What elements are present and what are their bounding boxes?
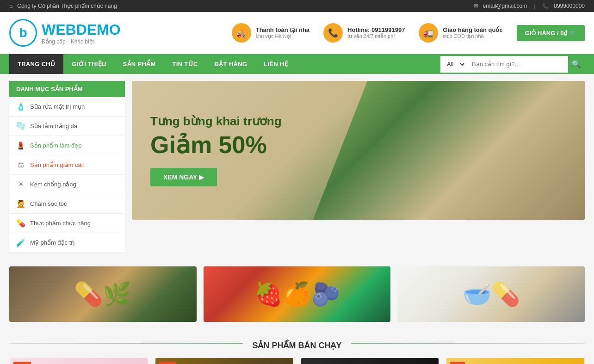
sidebar-item-sunscreen[interactable]: ☀ Kem chống nắng [9,175,125,194]
hero-background [313,81,585,220]
discount-badge-2: -46% [159,362,177,364]
sidebar-item-weight-loss[interactable]: ⚖ Sản phẩm giảm cân [9,155,125,175]
delivery-icon: 🚚 [232,23,251,43]
nav-item-home[interactable]: TRANG CHỦ [9,54,63,74]
image-row: 💊🌿 🍓🍊🫐 🥣💊 [9,266,585,322]
sidebar-item-label: Chăm sóc tóc [30,200,67,207]
header-info: 🚚 Thanh toán tại nhà khu vực Hà Nội 📞 Ho… [232,23,585,43]
product-row: -20% 💆 -46% 💇 🖤 -8% 🌟 [0,358,594,364]
delivery-title: Thanh toán tại nhà [256,26,309,33]
nav-item-about[interactable]: GIỚI THIỆU [63,54,114,74]
topbar: ⌂ Công ty Cổ phần Thực phẩm chức năng ✉ … [0,0,594,12]
product-card-4[interactable]: -8% 🌟 [446,358,585,364]
info-item-hotline: 📞 Hotline: 0911991997 tư vấn 24/7 miễn p… [323,23,405,43]
face-wash-icon: 🧴 [16,102,25,111]
product-img-3: 🖤 [301,358,439,364]
cosmetics-icon: 🧪 [16,238,25,247]
search-area: All 🔍 [440,56,585,73]
hero-text: Tưng bừng khai trương Giảm 50% XEM NGAY … [150,114,282,186]
sidebar-item-hair-care[interactable]: 💆 Chăm sóc tóc [9,194,125,214]
info-text-shipping: Giao hàng toàn quốc ship COD tận nhà [443,26,502,39]
discount-badge-1: -20% [13,362,31,364]
nav-item-contact[interactable]: LIÊN HỆ [255,54,297,74]
sidebar-item-cosmetics[interactable]: 🧪 Mỹ phẩm đặc trị [9,233,125,253]
nav-item-news[interactable]: TIN TỨC [164,54,206,74]
hotline-title: Hotline: 0911991997 [347,26,405,33]
info-text-hotline: Hotline: 0911991997 tư vấn 24/7 miễn phí [347,26,405,39]
sidebar-item-label: Sữa rửa mặt trị mụn [30,103,85,110]
sidebar-title: DANH MỤC SẢN PHẨM [9,81,125,97]
nav-item-order[interactable]: ĐẶT HÀNG [206,54,256,74]
bestseller-heading: SẢN PHẨM BÁN CHẠY [0,329,594,358]
sidebar-item-label: Sản phẩm làm đẹp [30,142,81,149]
nav-item-products[interactable]: SẢN PHẨM [115,54,164,74]
sidebar-item-functional-food[interactable]: 💊 Thực phẩm chức năng [9,214,125,233]
hero-cta-button[interactable]: XEM NGAY ▶ [150,168,217,186]
sidebar-item-label: Kem chống nắng [30,181,76,188]
topbar-right: ✉ email@gmail.com | 📞 0999000000 [474,3,585,9]
sidebar-item-face-wash[interactable]: 🧴 Sữa rửa mặt trị mụn [9,97,125,117]
supplements-image: 🥣💊 [397,266,585,322]
shipping-title: Giao hàng toàn quốc [443,26,502,33]
sidebar-item-beauty[interactable]: 💄 Sản phẩm làm đẹp [9,136,125,155]
header: b WEBDEMO Đẳng cấp - Khác biệt 🚚 Thanh t… [0,12,594,54]
search-input[interactable] [466,56,568,73]
beauty-icon: 💄 [16,141,25,150]
search-category-dropdown[interactable]: All [440,56,466,73]
info-text-delivery: Thanh toán tại nhà khu vực Hà Nội [256,26,309,39]
image-card-supplements: 🥣💊 [397,266,585,322]
weight-loss-icon: ⚖ [16,160,25,169]
info-item-delivery: 🚚 Thanh toán tại nhà khu vực Hà Nội [232,23,309,43]
email-icon: ✉ [474,3,478,9]
discount-badge-4: -8% [450,362,465,364]
fruits-image: 🍓🍊🫐 [204,266,391,322]
sidebar: DANH MỤC SẢN PHẨM 🧴 Sữa rửa mặt trị mụn … [9,81,125,253]
navbar: TRANG CHỦ GIỚI THIỆU SẢN PHẨM TIN TỨC ĐẶ… [0,54,594,74]
delivery-sub: khu vực Hà Nội [256,33,309,39]
shipping-icon: 🚛 [419,23,438,43]
product-img-2: -46% 💇 [155,358,293,364]
body-wash-icon: 🫧 [16,122,25,130]
logo-text: WEBDEMO Đẳng cấp - Khác biệt [42,21,121,45]
tagline: Đẳng cấp - Khác biệt [42,38,121,45]
sidebar-item-label: Thực phẩm chức năng [30,220,91,227]
hotline-icon: 📞 [323,23,343,43]
home-icon: ⌂ [9,3,12,9]
product-card-2[interactable]: -46% 💇 [155,358,294,364]
product-img-4: -8% 🌟 [446,358,584,364]
search-button[interactable]: 🔍 [568,56,585,73]
hero-area: Tưng bừng khai trương Giảm 50% XEM NGAY … [132,81,585,253]
main-content: DANH MỤC SẢN PHẨM 🧴 Sữa rửa mặt trị mụn … [0,74,594,259]
image-card-pills: 💊🌿 [9,266,197,322]
hair-care-icon: 💆 [16,199,25,208]
sunscreen-icon: ☀ [16,180,25,189]
info-item-shipping: 🚛 Giao hàng toàn quốc ship COD tận nhà [419,23,502,43]
hero-line1: Tưng bừng khai trương [150,114,282,129]
shipping-sub: ship COD tận nhà [443,33,502,39]
brand-name: WEBDEMO [42,21,121,38]
company-name: Công ty Cổ phần Thực phẩm chức năng [17,3,117,9]
pills-image: 💊🌿 [9,266,197,322]
topbar-email: email@gmail.com [483,3,527,9]
phone-icon: 📞 [542,3,549,9]
cart-button[interactable]: GIỎ HÀNG / 0₫ 🛒 [517,25,585,41]
topbar-left: ⌂ Công ty Cổ phần Thực phẩm chức năng [9,3,117,9]
hero-banner: Tưng bừng khai trương Giảm 50% XEM NGAY … [132,81,585,220]
logo-icon: b [9,19,37,47]
sidebar-item-label: Sản phẩm giảm cân [30,161,85,168]
sidebar-item-label: Sữa tắm trắng da [30,123,77,130]
image-card-fruits: 🍓🍊🫐 [204,266,391,322]
bestseller-heading-text: SẢN PHẨM BÁN CHẠY [243,341,351,350]
hero-line2: Giảm 50% [150,131,282,159]
divider: | [534,3,535,9]
sidebar-item-body-wash[interactable]: 🫧 Sữa tắm trắng da [9,117,125,136]
topbar-phone: 0999000000 [554,3,585,9]
product-card-1[interactable]: -20% 💆 [9,358,148,364]
functional-food-icon: 💊 [16,219,25,228]
logo-letter: b [19,25,27,40]
logo-area: b WEBDEMO Đẳng cấp - Khác biệt [9,19,121,47]
product-img-1: -20% 💆 [10,358,148,364]
sidebar-item-label: Mỹ phẩm đặc trị [30,239,75,246]
hotline-sub: tư vấn 24/7 miễn phí [347,33,405,39]
product-card-3[interactable]: 🖤 [301,358,439,364]
